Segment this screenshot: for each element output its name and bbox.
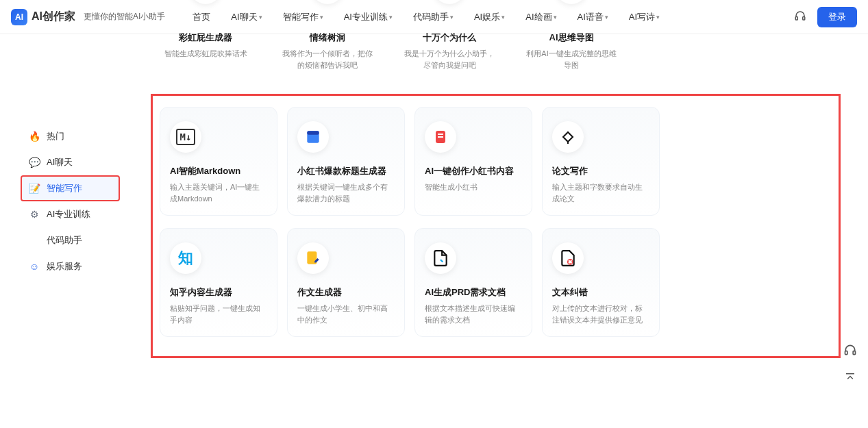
card-icon xyxy=(425,121,456,153)
support-icon[interactable] xyxy=(841,340,860,360)
logo-text: AI创作家 xyxy=(32,10,75,24)
sidebar-icon: 📝 xyxy=(29,183,40,194)
sidebar-item-2[interactable]: 📝智能写作 xyxy=(21,175,120,201)
grid-card-1-2[interactable]: AI生成PRD需求文档根据文本描述生成可快速编辑的需求文档 xyxy=(414,228,532,337)
sidebar-icon xyxy=(29,235,40,246)
svg-rect-3 xyxy=(307,131,319,134)
card-title: 文本纠错 xyxy=(552,286,649,299)
card-icon: 知 xyxy=(170,242,201,274)
sidebar-icon: ☺ xyxy=(29,261,40,272)
card-desc: 根据文本描述生成可快速编辑的需求文档 xyxy=(425,303,522,325)
card-desc: 我是十万个为什么小助手，尽管向我提问吧 xyxy=(404,48,495,71)
grid-card-1-3[interactable]: 文本纠错对上传的文本进行校对，标注错误文本并提供修正意见 xyxy=(542,228,660,337)
card-desc: 根据关键词一键生成多个有爆款潜力的标题 xyxy=(297,181,395,204)
sidebar-item-5[interactable]: ☺娱乐服务 xyxy=(21,253,120,279)
grid-card-0-3[interactable]: 论文写作输入主题和字数要求自动生成论文 xyxy=(542,107,660,216)
sidebar-label: 智能写作 xyxy=(47,182,82,194)
card-title: 彩虹屁生成器 xyxy=(160,32,251,44)
top-cards-row: 🌈彩虹屁生成器智能生成彩虹屁吹捧话术🕳情绪树洞我将作为一个倾听者，把你的烦恼都告… xyxy=(151,0,841,81)
sidebar-item-1[interactable]: 💬AI聊天 xyxy=(21,149,120,175)
svg-rect-13 xyxy=(853,351,855,355)
sidebar-label: 代码助手 xyxy=(47,234,82,247)
top-card-1[interactable]: 🕳情绪树洞我将作为一个倾听者，把你的烦恼都告诉我吧 xyxy=(273,0,382,81)
content: 🌈彩虹屁生成器智能生成彩虹屁吹捧话术🕳情绪树洞我将作为一个倾听者，把你的烦恼都告… xyxy=(137,34,868,358)
grid-row-0: M↓AI智能Markdown输入主题关键词，AI一键生成Markdown小红书爆… xyxy=(160,107,832,216)
card-desc: 粘贴知乎问题，一键生成知乎内容 xyxy=(170,303,267,325)
card-title: 知乎内容生成器 xyxy=(170,286,267,299)
sidebar-item-4[interactable]: 代码助手 xyxy=(21,227,120,253)
grid-card-0-0[interactable]: M↓AI智能Markdown输入主题关键词，AI一键生成Markdown xyxy=(160,107,277,216)
cards-highlight-box: M↓AI智能Markdown输入主题关键词，AI一键生成Markdown小红书爆… xyxy=(151,94,841,358)
card-desc: 输入主题关键词，AI一键生成Markdown xyxy=(170,181,267,204)
card-title: 论文写作 xyxy=(552,165,649,177)
grid-card-1-1[interactable]: 作文生成器一键生成小学生、初中和高中的作文 xyxy=(287,228,405,337)
card-icon xyxy=(425,242,456,274)
sidebar-label: 娱乐服务 xyxy=(47,260,82,273)
card-icon: 🌈 xyxy=(190,0,221,4)
grid-card-0-2[interactable]: AI一键创作小红书内容智能生成小红书 xyxy=(414,107,532,216)
card-title: 情绪树洞 xyxy=(282,32,373,44)
sidebar: 🔥热门💬AI聊天📝智能写作⚙AI专业训练代码助手☺娱乐服务 xyxy=(0,34,137,358)
top-card-2[interactable]: ❓十万个为什么我是十万个为什么小助手，尽管向我提问吧 xyxy=(395,0,504,81)
svg-rect-5 xyxy=(438,134,443,135)
card-title: AI一键创作小红书内容 xyxy=(425,165,522,177)
svg-rect-6 xyxy=(438,136,443,138)
card-icon xyxy=(297,242,329,274)
card-title: 小红书爆款标题生成器 xyxy=(297,165,395,177)
card-title: 十万个为什么 xyxy=(404,32,495,44)
card-icon: M↓ xyxy=(170,121,201,153)
card-desc: 利用AI一键生成完整的思维导图 xyxy=(526,48,617,71)
card-title: AI思维导图 xyxy=(526,32,617,44)
card-desc: 对上传的文本进行校对，标注错误文本并提供修正意见 xyxy=(552,303,649,325)
card-title: AI生成PRD需求文档 xyxy=(425,286,522,299)
main: 🔥热门💬AI聊天📝智能写作⚙AI专业训练代码助手☺娱乐服务 🌈彩虹屁生成器智能生… xyxy=(0,34,868,358)
top-card-3[interactable]: 🧠AI思维导图利用AI一键生成完整的思维导图 xyxy=(517,0,626,81)
sidebar-icon: 🔥 xyxy=(29,131,40,142)
sidebar-icon: 💬 xyxy=(29,157,40,168)
card-desc: 我将作为一个倾听者，把你的烦恼都告诉我吧 xyxy=(282,48,373,71)
sidebar-icon: ⚙ xyxy=(29,209,40,220)
svg-rect-12 xyxy=(845,351,847,355)
card-icon: 🕳 xyxy=(312,0,343,4)
card-desc: 一键生成小学生、初中和高中的作文 xyxy=(297,303,395,325)
card-icon: ❓ xyxy=(434,0,465,4)
scroll-top-icon[interactable] xyxy=(841,368,860,387)
card-icon xyxy=(552,121,584,153)
top-card-0[interactable]: 🌈彩虹屁生成器智能生成彩虹屁吹捧话术 xyxy=(151,0,260,81)
sidebar-label: AI聊天 xyxy=(47,156,73,168)
card-desc: 输入主题和字数要求自动生成论文 xyxy=(552,181,649,204)
card-icon xyxy=(552,242,584,274)
card-icon xyxy=(297,121,329,153)
sidebar-item-3[interactable]: ⚙AI专业训练 xyxy=(21,201,120,227)
grid-card-1-0[interactable]: 知知乎内容生成器粘贴知乎问题，一键生成知乎内容 xyxy=(160,228,277,337)
card-icon: 🧠 xyxy=(556,0,587,4)
sidebar-item-0[interactable]: 🔥热门 xyxy=(21,123,120,149)
card-title: AI智能Markdown xyxy=(170,165,267,177)
card-title: 作文生成器 xyxy=(297,286,395,299)
card-desc: 智能生成彩虹屁吹捧话术 xyxy=(160,48,251,60)
logo-icon: AI xyxy=(11,9,27,25)
card-desc: 智能生成小红书 xyxy=(425,181,522,193)
float-icons xyxy=(841,340,860,387)
sidebar-label: AI专业训练 xyxy=(47,208,90,221)
grid-row-1: 知知乎内容生成器粘贴知乎问题，一键生成知乎内容作文生成器一键生成小学生、初中和高… xyxy=(160,228,832,337)
logo[interactable]: AI AI创作家 xyxy=(11,9,75,25)
grid-card-0-1[interactable]: 小红书爆款标题生成器根据关键词一键生成多个有爆款潜力的标题 xyxy=(287,107,405,216)
sidebar-label: 热门 xyxy=(47,130,64,142)
